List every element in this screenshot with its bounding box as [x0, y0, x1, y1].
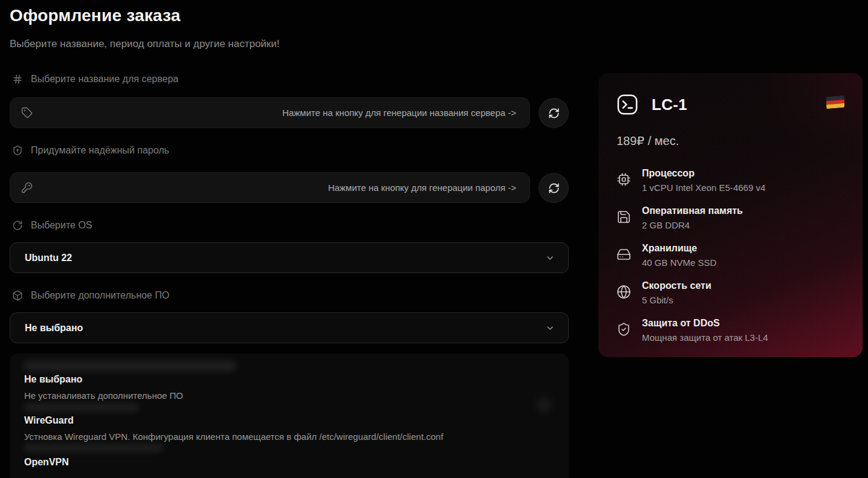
spec-row-ram: Оперативная память 2 GB DDR4 [617, 205, 844, 230]
password-label-text: Придумайте надёжный пароль [31, 145, 169, 156]
package-icon [12, 290, 23, 301]
dropdown-option-wireguard[interactable]: WireGuard [24, 415, 554, 426]
spec-list: Процессор 1 vCPU Intel Xeon E5-4669 v4 О… [617, 168, 844, 343]
cycle-icon [12, 220, 23, 231]
spec-value: 1 vCPU Intel Xeon E5-4669 v4 [642, 182, 765, 193]
spec-title: Скорость сети [642, 280, 711, 291]
refresh-icon [548, 108, 560, 119]
os-select[interactable]: Ubuntu 22 [10, 242, 569, 273]
software-dropdown-panel: Не выбрано Не устаналивать дополнительно… [10, 354, 569, 478]
spec-title: Оперативная память [642, 205, 743, 216]
spec-row-ddos: Защита от DDoS Мощная защита от атак L3-… [617, 318, 844, 343]
dropdown-option-none[interactable]: Не выбрано [24, 374, 554, 385]
ram-icon [617, 210, 631, 224]
dropdown-option-openvpn[interactable]: OpenVPN [24, 457, 554, 468]
server-name-label: Выберите название для сервера [12, 74, 178, 85]
server-name-input[interactable] [40, 107, 517, 118]
blurred-dot [536, 397, 552, 413]
dropdown-option-wireguard-description: Устновка Wireguard VPN. Конфигурация кли… [24, 431, 554, 442]
storage-icon [617, 247, 631, 262]
generate-password-button[interactable] [539, 173, 569, 203]
spec-value: 40 GB NVMe SSD [642, 257, 716, 268]
generate-name-button[interactable] [539, 98, 569, 128]
plan-card-header: LC-1 [617, 94, 844, 115]
cpu-icon [617, 172, 631, 187]
os-selected-value: Ubuntu 22 [25, 253, 72, 263]
page-title: Оформление заказа [10, 6, 181, 25]
os-label-text: Выберите OS [31, 220, 92, 231]
network-icon [617, 285, 631, 299]
server-name-field [10, 97, 530, 128]
dropdown-option-none-description: Не устаналивать дополнительное ПО [24, 390, 554, 401]
plan-name: LC-1 [652, 95, 687, 114]
blurred-text-placeholder [24, 404, 139, 411]
ddos-shield-icon [617, 322, 631, 337]
software-selected-value: Не выбрано [25, 323, 83, 334]
password-label: Придумайте надёжный пароль [12, 145, 169, 156]
blurred-text-placeholder [24, 444, 163, 451]
plan-price: 189₽ / мес. [617, 134, 844, 148]
password-input[interactable] [40, 182, 517, 193]
spec-title: Хранилище [642, 243, 716, 254]
refresh-icon [548, 182, 560, 194]
chevron-down-icon [545, 253, 555, 263]
os-label: Выберите OS [12, 220, 92, 231]
plan-card: LC-1 189₽ / мес. Процессор 1 vCPU Intel … [598, 73, 863, 357]
page-subtitle: Выберите название, период оплаты и други… [10, 38, 280, 50]
software-select[interactable]: Не выбрано [10, 312, 569, 343]
software-label: Выберите дополнительное ПО [12, 290, 169, 301]
server-name-label-text: Выберите название для сервера [31, 74, 178, 85]
password-field [10, 172, 530, 203]
spec-row-network: Скорость сети 5 Gbit/s [617, 280, 844, 305]
blurred-text-placeholder [24, 361, 236, 371]
hash-icon [12, 74, 23, 85]
spec-title: Процессор [642, 168, 765, 179]
software-label-text: Выберите дополнительное ПО [31, 290, 169, 301]
shield-icon [12, 145, 23, 156]
order-page: Оформление заказа Выберите название, пер… [0, 0, 868, 478]
spec-title: Защита от DDoS [642, 318, 768, 329]
spec-row-cpu: Процессор 1 vCPU Intel Xeon E5-4669 v4 [617, 168, 844, 193]
spec-value: 5 Gbit/s [642, 295, 711, 305]
chevron-down-icon [545, 323, 555, 333]
spec-value: Мощная защита от атак L3-L4 [642, 332, 768, 343]
spec-row-storage: Хранилище 40 GB NVMe SSD [617, 243, 844, 268]
terminal-icon [617, 94, 638, 115]
germany-flag-icon [826, 95, 844, 109]
spec-value: 2 GB DDR4 [642, 220, 743, 230]
tag-icon [21, 107, 33, 118]
key-icon [21, 182, 33, 193]
